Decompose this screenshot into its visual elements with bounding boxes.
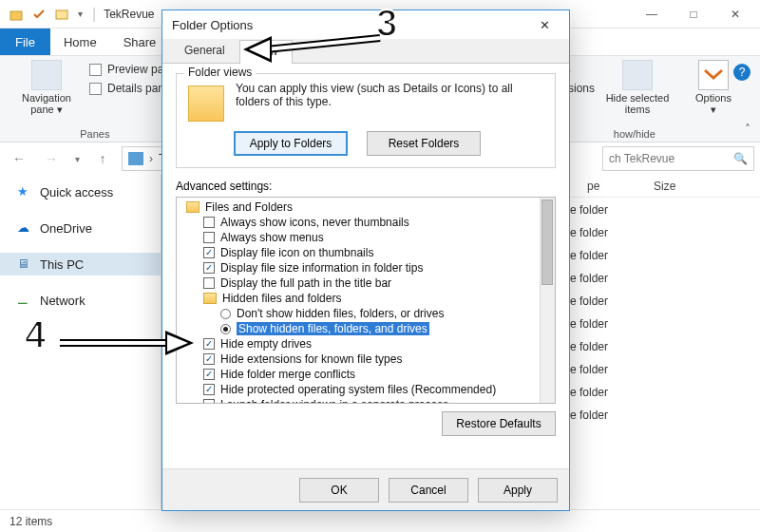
scrollbar-thumb[interactable]: [542, 200, 553, 285]
tab-file[interactable]: File: [0, 28, 50, 55]
sidebar-item-label: OneDrive: [40, 221, 92, 236]
list-item[interactable]: e folder: [570, 272, 608, 285]
pc-icon: [128, 152, 143, 165]
checkbox-icon[interactable]: [203, 232, 215, 243]
list-item[interactable]: e folder: [570, 340, 608, 353]
list-item[interactable]: e folder: [570, 203, 608, 217]
close-button[interactable]: ✕: [714, 1, 756, 28]
tab-general[interactable]: General: [170, 39, 239, 63]
hide-selected-button[interactable]: Hide selected items: [604, 60, 671, 115]
list-item[interactable]: e folder: [570, 408, 608, 422]
tree-item[interactable]: ✓Hide extensions for known file types: [180, 352, 536, 367]
folder-icon: [203, 293, 217, 304]
tree-group-files-folders[interactable]: Files and Folders: [180, 200, 536, 215]
tab-share[interactable]: Share: [110, 28, 170, 55]
recent-locations-button[interactable]: ▾: [70, 145, 84, 172]
checkbox-icon[interactable]: ✓: [203, 369, 215, 380]
cloud-icon: ☁: [17, 220, 32, 236]
back-button[interactable]: ←: [6, 145, 32, 172]
sidebar-item-label: This PC: [40, 257, 84, 272]
radio-icon[interactable]: [220, 309, 231, 319]
group-caption: Panes: [13, 128, 177, 140]
search-icon[interactable]: 🔍: [733, 152, 748, 165]
dialog-footer: OK Cancel Apply: [162, 468, 569, 510]
pane-icon: [89, 83, 102, 95]
tree-item[interactable]: Always show menus: [180, 230, 536, 245]
apply-to-folders-button[interactable]: Apply to Folders: [234, 131, 348, 156]
navigation-pane-button[interactable]: Navigation pane ▾: [13, 60, 80, 116]
sidebar-item-network[interactable]: ⚊Network: [0, 289, 161, 312]
minimize-button[interactable]: —: [631, 1, 673, 28]
checkbox-icon[interactable]: ✓: [203, 384, 215, 395]
tree-label: Don't show hidden files, folders, or dri…: [237, 307, 444, 320]
search-input[interactable]: ch TekRevue 🔍: [602, 146, 754, 171]
cancel-button[interactable]: Cancel: [389, 478, 468, 503]
up-button[interactable]: ↑: [89, 145, 116, 172]
checkbox-icon[interactable]: ✓: [203, 247, 215, 258]
tree-item[interactable]: ✓Display file icon on thumbnails: [180, 245, 536, 260]
svg-rect-1: [56, 10, 67, 19]
checkbox-icon[interactable]: ✓: [203, 262, 215, 274]
item-count: 12 items: [10, 515, 52, 528]
tree-label: Display file size information in folder …: [220, 261, 423, 275]
tree-item[interactable]: Always show icons, never thumbnails: [180, 215, 536, 230]
tab-view-panel: Folder views You can apply this view (su…: [162, 64, 569, 442]
scrollbar[interactable]: [540, 198, 555, 403]
reset-folders-button[interactable]: Reset Folders: [367, 131, 481, 156]
sidebar-item-onedrive[interactable]: ☁OneDrive: [0, 217, 161, 239]
ok-button[interactable]: OK: [299, 478, 379, 503]
collapse-ribbon-icon[interactable]: ˄: [745, 123, 750, 136]
list-item[interactable]: e folder: [570, 363, 608, 376]
options-label: Options ▾: [695, 92, 732, 116]
tree-item[interactable]: ✓Hide folder merge conflicts: [180, 367, 536, 382]
tree-label: Display file icon on thumbnails: [220, 246, 373, 259]
forward-button[interactable]: →: [38, 145, 65, 172]
tree-group-hidden[interactable]: Hidden files and folders: [180, 291, 536, 306]
maximize-button[interactable]: □: [673, 1, 714, 28]
tree-radio-show-hidden[interactable]: Show hidden files, folders, and drives: [180, 321, 536, 336]
quick-access-toolbar: ▾ |: [4, 6, 96, 23]
tree-label: Display the full path in the title bar: [220, 276, 391, 290]
tree-label: Always show menus: [220, 231, 324, 244]
list-item[interactable]: e folder: [570, 317, 608, 331]
star-icon: ★: [17, 184, 32, 200]
hide-selected-icon: [622, 60, 653, 90]
tree-item[interactable]: Display the full path in the title bar: [180, 276, 536, 291]
breadcrumb-chevron-icon[interactable]: ›: [149, 152, 153, 165]
column-size[interactable]: Size: [642, 180, 709, 193]
qat-overflow-icon[interactable]: ▾: [78, 9, 83, 19]
checkbox-icon[interactable]: [203, 277, 215, 289]
apply-button[interactable]: Apply: [478, 478, 558, 503]
column-type[interactable]: pe: [576, 180, 642, 193]
check-icon[interactable]: [32, 8, 46, 21]
list-item[interactable]: e folder: [570, 249, 608, 262]
pc-icon: 🖥: [17, 256, 32, 272]
help-icon[interactable]: ?: [733, 64, 750, 81]
checkbox-icon[interactable]: ✓: [203, 353, 215, 365]
checkbox-icon[interactable]: [203, 399, 215, 404]
tree-label: Show hidden files, folders, and drives: [237, 322, 429, 335]
folder-views-text: You can apply this view (such as Details…: [236, 82, 543, 122]
folder-icon: [10, 8, 23, 21]
list-item[interactable]: e folder: [570, 226, 608, 239]
dialog-close-button[interactable]: ✕: [529, 13, 560, 36]
radio-icon[interactable]: [220, 324, 231, 334]
checkbox-icon[interactable]: ✓: [203, 338, 215, 350]
checkbox-icon[interactable]: [203, 217, 215, 228]
sidebar-item-quick-access[interactable]: ★Quick access: [0, 180, 161, 203]
tree-radio-dont-show-hidden[interactable]: Don't show hidden files, folders, or dri…: [180, 306, 536, 321]
tree-item[interactable]: ✓Hide protected operating system files (…: [180, 382, 536, 397]
advanced-settings-tree[interactable]: Files and Folders Always show icons, nev…: [176, 197, 556, 404]
tab-view[interactable]: View: [239, 40, 293, 64]
sidebar-item-label: Network: [40, 294, 86, 308]
navigation-pane-icon: [31, 60, 62, 90]
list-item[interactable]: e folder: [570, 294, 608, 308]
sidebar-item-this-pc[interactable]: 🖥This PC: [0, 253, 161, 276]
tree-item[interactable]: Launch folder windows in a separate proc…: [180, 397, 536, 404]
tree-item[interactable]: ✓Display file size information in folder…: [180, 260, 536, 276]
tree-item[interactable]: ✓Hide empty drives: [180, 336, 536, 352]
restore-defaults-button[interactable]: Restore Defaults: [442, 411, 556, 436]
tab-home[interactable]: Home: [50, 28, 110, 55]
dialog-titlebar[interactable]: Folder Options ✕: [162, 10, 569, 39]
list-item[interactable]: e folder: [570, 386, 608, 399]
